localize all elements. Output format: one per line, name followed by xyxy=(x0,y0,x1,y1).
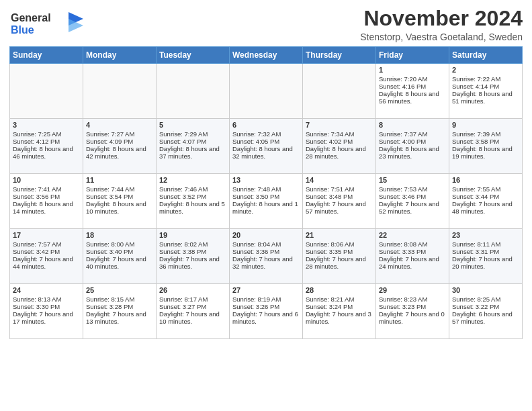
cell-info: Sunset: 3:56 PM xyxy=(13,193,80,200)
cell-info: Sunset: 4:16 PM xyxy=(379,83,446,90)
calendar-cell: 22Sunrise: 8:08 AMSunset: 3:33 PMDayligh… xyxy=(376,229,449,284)
day-number: 8 xyxy=(379,121,446,129)
cell-info: Daylight: 7 hours and 17 minutes. xyxy=(13,310,80,325)
day-number: 29 xyxy=(379,286,446,294)
cell-info: Sunset: 3:54 PM xyxy=(86,193,153,200)
calendar-cell: 14Sunrise: 7:51 AMSunset: 3:48 PMDayligh… xyxy=(303,174,376,229)
cell-info: Sunrise: 7:48 AM xyxy=(232,185,300,193)
calendar-cell: 2Sunrise: 7:22 AMSunset: 4:14 PMDaylight… xyxy=(449,64,523,119)
cell-info: Daylight: 7 hours and 6 minutes. xyxy=(232,310,300,325)
cell-info: Daylight: 7 hours and 40 minutes. xyxy=(86,255,153,270)
cell-info: Daylight: 8 hours and 19 minutes. xyxy=(452,145,519,160)
cell-info: Daylight: 7 hours and 57 minutes. xyxy=(306,200,373,215)
logo: General Blue xyxy=(9,9,83,40)
calendar-week-row: 24Sunrise: 8:13 AMSunset: 3:30 PMDayligh… xyxy=(10,284,523,339)
day-number: 17 xyxy=(13,231,80,239)
day-number: 19 xyxy=(159,231,226,239)
cell-info: Daylight: 8 hours and 5 minutes. xyxy=(159,200,226,215)
day-of-week-header: Thursday xyxy=(303,47,376,64)
day-number: 2 xyxy=(452,66,519,74)
day-number: 7 xyxy=(306,121,373,129)
cell-info: Daylight: 7 hours and 10 minutes. xyxy=(159,310,226,325)
cell-info: Daylight: 7 hours and 52 minutes. xyxy=(379,200,446,215)
cell-info: Sunset: 3:42 PM xyxy=(13,248,80,255)
calendar-cell: 28Sunrise: 8:21 AMSunset: 3:24 PMDayligh… xyxy=(303,284,376,339)
calendar-week-row: 1Sunrise: 7:20 AMSunset: 4:16 PMDaylight… xyxy=(10,64,523,119)
day-of-week-header: Tuesday xyxy=(157,47,230,64)
calendar-cell: 8Sunrise: 7:37 AMSunset: 4:00 PMDaylight… xyxy=(376,119,449,174)
cell-info: Sunset: 3:35 PM xyxy=(306,248,373,255)
calendar-cell: 20Sunrise: 8:04 AMSunset: 3:36 PMDayligh… xyxy=(230,229,303,284)
day-number: 12 xyxy=(159,176,226,184)
cell-info: Daylight: 8 hours and 14 minutes. xyxy=(13,200,80,215)
cell-info: Sunrise: 8:08 AM xyxy=(379,240,446,248)
calendar-header-row: SundayMondayTuesdayWednesdayThursdayFrid… xyxy=(10,47,523,64)
logo-icon: General Blue xyxy=(9,9,83,38)
day-of-week-header: Sunday xyxy=(10,47,83,64)
day-number: 26 xyxy=(159,286,226,294)
calendar-cell: 25Sunrise: 8:15 AMSunset: 3:28 PMDayligh… xyxy=(83,284,157,339)
cell-info: Sunset: 3:40 PM xyxy=(86,248,153,255)
cell-info: Sunset: 3:36 PM xyxy=(232,248,300,255)
calendar-cell: 9Sunrise: 7:39 AMSunset: 3:58 PMDaylight… xyxy=(449,119,523,174)
cell-info: Sunset: 3:26 PM xyxy=(232,303,300,310)
calendar: SundayMondayTuesdayWednesdayThursdayFrid… xyxy=(9,46,523,339)
day-number: 20 xyxy=(232,231,300,239)
calendar-cell xyxy=(10,64,83,119)
cell-info: Daylight: 8 hours and 32 minutes. xyxy=(232,145,300,160)
cell-info: Sunset: 3:58 PM xyxy=(452,138,519,145)
month-title: November 2024 xyxy=(360,7,523,30)
calendar-cell: 10Sunrise: 7:41 AMSunset: 3:56 PMDayligh… xyxy=(10,174,83,229)
cell-info: Sunrise: 7:41 AM xyxy=(13,185,80,193)
cell-info: Sunset: 3:30 PM xyxy=(13,303,80,310)
calendar-cell: 29Sunrise: 8:23 AMSunset: 3:23 PMDayligh… xyxy=(376,284,449,339)
day-number: 28 xyxy=(306,286,373,294)
calendar-cell: 3Sunrise: 7:25 AMSunset: 4:12 PMDaylight… xyxy=(10,119,83,174)
calendar-cell xyxy=(230,64,303,119)
calendar-cell: 30Sunrise: 8:25 AMSunset: 3:22 PMDayligh… xyxy=(449,284,523,339)
cell-info: Sunrise: 7:32 AM xyxy=(232,130,300,138)
calendar-cell: 12Sunrise: 7:46 AMSunset: 3:52 PMDayligh… xyxy=(157,174,230,229)
cell-info: Daylight: 7 hours and 36 minutes. xyxy=(159,255,226,270)
calendar-cell: 16Sunrise: 7:55 AMSunset: 3:44 PMDayligh… xyxy=(449,174,523,229)
cell-info: Daylight: 7 hours and 48 minutes. xyxy=(452,200,519,215)
cell-info: Sunrise: 7:55 AM xyxy=(452,185,519,193)
day-number: 21 xyxy=(306,231,373,239)
calendar-cell: 13Sunrise: 7:48 AMSunset: 3:50 PMDayligh… xyxy=(230,174,303,229)
day-number: 25 xyxy=(86,286,153,294)
day-number: 14 xyxy=(306,176,373,184)
day-of-week-header: Saturday xyxy=(449,47,523,64)
cell-info: Daylight: 7 hours and 20 minutes. xyxy=(452,255,519,270)
cell-info: Sunrise: 7:37 AM xyxy=(379,130,446,138)
calendar-cell: 6Sunrise: 7:32 AMSunset: 4:05 PMDaylight… xyxy=(230,119,303,174)
cell-info: Daylight: 8 hours and 28 minutes. xyxy=(306,145,373,160)
cell-info: Sunset: 3:24 PM xyxy=(306,303,373,310)
cell-info: Sunrise: 8:04 AM xyxy=(232,240,300,248)
cell-info: Daylight: 7 hours and 3 minutes. xyxy=(306,310,373,325)
cell-info: Daylight: 8 hours and 42 minutes. xyxy=(86,145,153,160)
calendar-cell: 26Sunrise: 8:17 AMSunset: 3:27 PMDayligh… xyxy=(157,284,230,339)
calendar-cell: 24Sunrise: 8:13 AMSunset: 3:30 PMDayligh… xyxy=(10,284,83,339)
day-number: 10 xyxy=(13,176,80,184)
cell-info: Sunrise: 8:13 AM xyxy=(13,295,80,303)
cell-info: Sunrise: 7:25 AM xyxy=(13,130,80,138)
day-number: 24 xyxy=(13,286,80,294)
cell-info: Sunset: 3:31 PM xyxy=(452,248,519,255)
day-of-week-header: Monday xyxy=(83,47,157,64)
day-number: 16 xyxy=(452,176,519,184)
cell-info: Sunrise: 7:29 AM xyxy=(159,130,226,138)
logo-text: General Blue xyxy=(9,9,83,40)
day-number: 1 xyxy=(379,66,446,74)
cell-info: Sunset: 3:28 PM xyxy=(86,303,153,310)
cell-info: Sunrise: 7:22 AM xyxy=(452,75,519,83)
cell-info: Daylight: 7 hours and 32 minutes. xyxy=(232,255,300,270)
cell-info: Sunset: 3:27 PM xyxy=(159,303,226,310)
cell-info: Sunrise: 8:23 AM xyxy=(379,295,446,303)
cell-info: Daylight: 8 hours and 46 minutes. xyxy=(13,145,80,160)
cell-info: Sunrise: 8:11 AM xyxy=(452,240,519,248)
cell-info: Daylight: 8 hours and 56 minutes. xyxy=(379,90,446,105)
cell-info: Sunset: 3:23 PM xyxy=(379,303,446,310)
cell-info: Sunset: 4:05 PM xyxy=(232,138,300,145)
day-number: 6 xyxy=(232,121,300,129)
cell-info: Sunrise: 7:27 AM xyxy=(86,130,153,138)
